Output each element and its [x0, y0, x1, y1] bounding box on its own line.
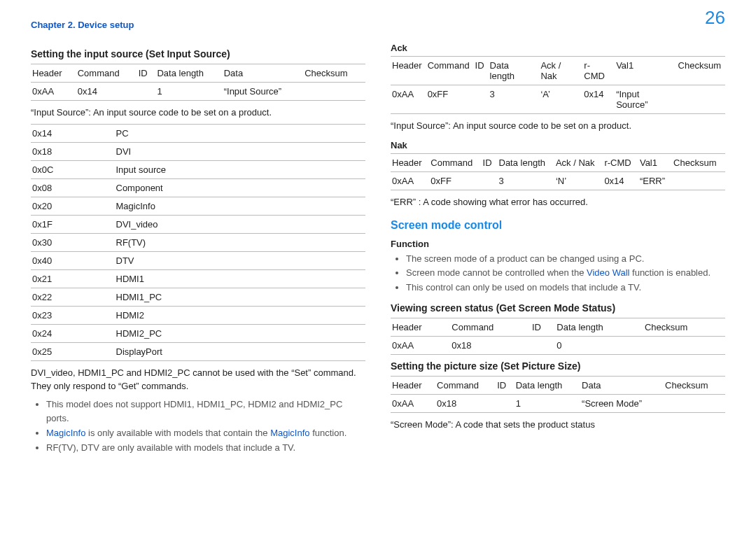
td: 0x14 [76, 83, 137, 101]
list-item: Screen mode cannot be controlled when th… [406, 266, 725, 281]
screen-mode-control-title: Screen mode control [391, 219, 725, 232]
td [303, 83, 365, 101]
bullet-list: This model does not support HDMI1, HDMI1… [31, 398, 365, 456]
th: Checksum [664, 377, 725, 395]
note-text: “Input Source”: An input source code to … [31, 106, 365, 120]
code-label: MagicInfo [115, 197, 366, 215]
th: Header [391, 153, 429, 171]
ack-title: Ack [391, 43, 725, 53]
ack-table: Header Command ID Data length Ack / Nak … [391, 56, 725, 114]
td: “Input Source” [615, 85, 676, 114]
td: “Input Source” [223, 83, 304, 101]
list-item: MagicInfo is only available with models … [46, 426, 365, 441]
th: Data [223, 64, 304, 83]
td: 1 [155, 83, 222, 101]
list-item: RF(TV), DTV are only available with mode… [46, 441, 365, 456]
nak-table: Header Command ID Data length Ack / Nak … [391, 153, 725, 190]
td: 0xAA [391, 171, 429, 190]
th: Header [31, 64, 76, 83]
code-label: Component [115, 178, 366, 197]
note-text: “Input Source”: An input source code to … [391, 120, 725, 133]
code-label: Input source [115, 160, 366, 178]
td: ‘N’ [554, 171, 603, 190]
section-title: Setting the input source (Set Input Sour… [31, 48, 365, 59]
td [677, 85, 725, 114]
code-value: 0x25 [31, 342, 115, 360]
get-screen-mode-table: Header Command ID Data length Checksum 0… [391, 318, 725, 355]
code-value: 0x24 [31, 324, 115, 342]
th: ID [482, 153, 498, 171]
th: ID [474, 57, 489, 85]
th: Checksum [672, 153, 725, 171]
th: ID [531, 318, 555, 337]
code-label: PC [115, 124, 366, 142]
th: Ack / Nak [539, 57, 582, 85]
td: 0x14 [603, 171, 638, 190]
td [496, 395, 514, 413]
th: Data length [498, 153, 554, 171]
magicinfo-link[interactable]: MagicInfo [270, 428, 309, 438]
td: 0x18 [435, 395, 496, 413]
th: Val1 [638, 153, 672, 171]
two-column-layout: Setting the input source (Set Input Sour… [31, 43, 725, 463]
th: r-CMD [582, 57, 615, 85]
td: 0 [555, 337, 643, 355]
set-input-source-table: Header Command ID Data length Data Check… [31, 64, 365, 101]
section-title: Viewing screen status (Get Screen Mode S… [391, 302, 725, 314]
code-label: HDMI2_PC [115, 324, 366, 342]
td [531, 337, 555, 355]
code-label: DTV [115, 251, 366, 269]
list-item: This control can only be used on models … [406, 281, 725, 295]
breadcrumb: Chapter 2. Device setup [31, 20, 725, 30]
td [672, 171, 725, 190]
td: “ERR” [638, 171, 672, 190]
td [137, 83, 156, 101]
th: Command [76, 64, 137, 83]
td: 0xFF [426, 85, 474, 114]
function-title: Function [391, 239, 725, 249]
code-value: 0x14 [31, 124, 115, 142]
td: 0xAA [31, 83, 76, 101]
code-label: DVI_video [115, 215, 366, 233]
th: Data length [155, 64, 222, 83]
td: ‘A’ [539, 85, 582, 114]
magicinfo-link[interactable]: MagicInfo [46, 428, 85, 438]
code-value: 0x40 [31, 251, 115, 269]
th: Data [580, 377, 664, 395]
video-wall-link[interactable]: Video Wall [587, 267, 629, 278]
th: Header [391, 318, 450, 337]
text: function is enabled. [629, 267, 710, 278]
td: “Screen Mode” [580, 395, 664, 413]
page-number: 26 [705, 7, 725, 29]
code-value: 0x21 [31, 269, 115, 288]
text: Screen mode cannot be controlled when th… [406, 267, 587, 278]
code-label: RF(TV) [115, 233, 366, 251]
code-label: HDMI1_PC [115, 288, 366, 306]
code-value: 0x1F [31, 215, 115, 233]
code-value: 0x0C [31, 160, 115, 178]
code-label: DVI [115, 142, 366, 160]
th: Val1 [615, 57, 676, 85]
code-value: 0x23 [31, 306, 115, 324]
td: 1 [514, 395, 580, 413]
td [643, 337, 725, 355]
td: 3 [498, 171, 554, 190]
bullet-list: The screen mode of a product can be chan… [391, 252, 725, 295]
td [664, 395, 725, 413]
nak-title: Nak [391, 140, 725, 150]
code-value: 0x08 [31, 178, 115, 197]
code-label: HDMI2 [115, 306, 366, 324]
th: r-CMD [603, 153, 638, 171]
note-text: “Screen Mode”: A code that sets the prod… [391, 419, 725, 432]
td: 0xFF [429, 171, 481, 190]
note-text: “ERR” : A code showing what error has oc… [391, 196, 725, 209]
td [474, 85, 489, 114]
code-value: 0x30 [31, 233, 115, 251]
td: 3 [489, 85, 540, 114]
code-label: DisplayPort [115, 342, 366, 360]
note-text: DVI_video, HDMI1_PC and HDMI2_PC cannot … [31, 367, 365, 393]
th: Data length [489, 57, 540, 85]
td: 0xAA [391, 337, 450, 355]
td: 0x18 [450, 337, 531, 355]
list-item: This model does not support HDMI1, HDMI1… [46, 398, 365, 427]
